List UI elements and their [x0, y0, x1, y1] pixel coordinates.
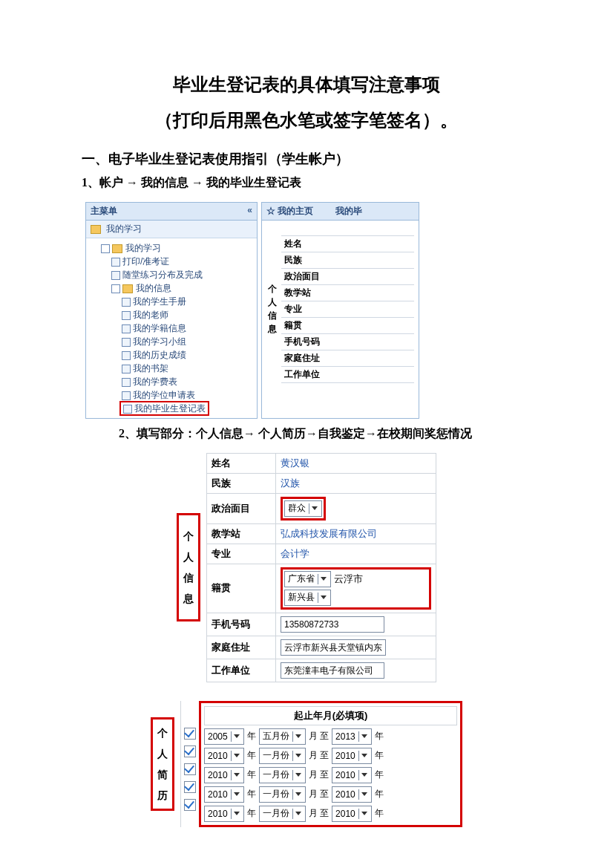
year-select[interactable]: 2010	[204, 786, 244, 803]
label-address: 家庭住址	[207, 636, 276, 659]
value-nation: 汉族	[276, 473, 436, 493]
heading-1: 一、电子毕业生登记表使用指引（学生帐户）	[82, 150, 531, 168]
label-phone: 手机号码	[207, 613, 276, 636]
chevron-down-icon	[309, 503, 320, 514]
year-select[interactable]: 2010	[332, 786, 372, 803]
step-1: 1、帐户 → 我的信息 → 我的毕业生登记表	[82, 175, 531, 191]
chevron-down-icon	[318, 574, 329, 584]
chevron-down-icon	[231, 809, 242, 819]
chevron-down-icon	[318, 593, 329, 603]
form-field-label: 专业	[281, 301, 414, 318]
tree-item[interactable]: 我的历史成绩	[122, 348, 255, 362]
step-2: 2、填写部分：个人信息→ 个人简历→自我鉴定→在校期间奖惩情况	[119, 426, 531, 442]
row-checkbox[interactable]	[184, 728, 196, 740]
chevron-down-icon	[292, 770, 304, 780]
red-vertical-label-info: 个人信息	[177, 513, 200, 621]
value-major: 会计学	[276, 544, 436, 564]
year-select[interactable]: 2005	[204, 728, 244, 745]
form-field-label: 教学站	[281, 285, 414, 301]
label-name: 姓名	[207, 453, 276, 473]
form-field-label: 姓名	[281, 236, 414, 252]
province-select[interactable]: 广东省	[284, 571, 331, 587]
form-field-label: 手机号码	[281, 334, 414, 350]
red-vertical-label-resume: 个人简历	[151, 717, 174, 811]
resume-head: 起止年月(必填项)	[204, 706, 457, 725]
chevron-down-icon	[292, 809, 304, 819]
value-name: 黄汉银	[276, 453, 436, 473]
chevron-down-icon	[292, 731, 304, 742]
row-checkbox[interactable]	[184, 763, 196, 775]
tree-item[interactable]: 我的老师	[122, 308, 255, 322]
form-field-label: 籍贯	[281, 318, 414, 334]
collapse-icon[interactable]: «	[247, 205, 252, 218]
year-select[interactable]: 2010	[204, 806, 244, 822]
row-checkbox[interactable]	[184, 781, 196, 793]
row-checkbox[interactable]	[184, 745, 196, 757]
tree-header-label: 主菜单	[91, 205, 117, 218]
tree-item[interactable]: 我的学位申请表	[122, 388, 255, 402]
label-station: 教学站	[207, 523, 276, 544]
phone-input[interactable]: 13580872733	[281, 616, 384, 633]
resume-row: 2010年一月份月 至2010年	[204, 767, 457, 783]
label-political: 政治面目	[207, 493, 276, 523]
year-select[interactable]: 2010	[204, 748, 244, 764]
chevron-down-icon	[231, 751, 242, 761]
personal-info-table: 姓名 黄汉银 民族 汉族 政治面目 群众 教学站 弘成科技发展有限公司 专业 会…	[206, 453, 436, 682]
folder-icon	[91, 225, 101, 234]
resume-row: 2010年一月份月 至2010年	[204, 786, 457, 803]
year-select[interactable]: 一月份	[259, 748, 306, 764]
year-select[interactable]: 一月份	[259, 767, 306, 783]
tree-item[interactable]: 我的书架	[122, 362, 255, 375]
form-pane: ☆ 我的主页 我的毕 个人信息 姓名民族政治面目教学站专业籍贯手机号码家庭住址工…	[261, 202, 419, 419]
year-select[interactable]: 五月份	[259, 728, 306, 745]
year-select[interactable]: 2013	[332, 728, 372, 745]
tree-item[interactable]: 我的学生手册	[122, 295, 255, 308]
tree-node[interactable]: 我的信息 我的学生手册 我的老师 我的学籍信息 我的学习小组 我的历史成绩 我的…	[111, 281, 255, 415]
resume-row: 2010年一月份月 至2010年	[204, 748, 457, 764]
form-field-label: 民族	[281, 252, 414, 269]
tab-home[interactable]: ☆ 我的主页	[266, 205, 313, 218]
tree-item[interactable]: 我的学习小组	[122, 335, 255, 348]
chevron-down-icon	[292, 789, 304, 800]
tree-item[interactable]: 打印/准考证	[111, 255, 255, 268]
political-select[interactable]: 群众	[284, 500, 322, 517]
label-major: 专业	[207, 544, 276, 564]
workplace-input[interactable]: 东莞潼丰电子有限公司	[281, 662, 384, 679]
year-select[interactable]: 2010	[332, 767, 372, 783]
county-select[interactable]: 新兴县	[284, 590, 331, 606]
year-select[interactable]: 2010	[204, 767, 244, 783]
tree-item[interactable]: 随堂练习分布及完成	[111, 268, 255, 281]
resume-date-box: 起止年月(必填项) 2005年五月份月 至2013年2010年一月份月 至201…	[199, 701, 462, 827]
tree-item[interactable]: 我的学籍信息	[122, 322, 255, 335]
form-field-label: 政治面目	[281, 269, 414, 285]
tree-section-label: 我的学习	[106, 223, 142, 234]
tree-item[interactable]: 我的毕业生登记表	[122, 402, 255, 415]
chevron-down-icon	[358, 809, 370, 819]
label-origin: 籍贯	[207, 564, 276, 613]
tree-pane: 主菜单 « 我的学习 我的学习 打印/准考证 随堂练习分布及完成 我的信息	[85, 202, 258, 419]
label-nation: 民族	[207, 473, 276, 493]
label-workplace: 工作单位	[207, 659, 276, 682]
chevron-down-icon	[358, 731, 370, 742]
form-field-label: 家庭住址	[281, 350, 414, 367]
resume-row: 2010年一月份月 至2010年	[204, 806, 457, 822]
resume-row: 2005年五月份月 至2013年	[204, 728, 457, 745]
year-select[interactable]: 一月份	[259, 786, 306, 803]
checkbox-column	[180, 701, 199, 827]
chevron-down-icon	[358, 770, 370, 780]
chevron-down-icon	[292, 751, 304, 761]
year-select[interactable]: 2010	[332, 748, 372, 764]
address-input[interactable]: 云浮市新兴县天堂镇内东	[281, 639, 386, 656]
chevron-down-icon	[231, 770, 242, 780]
tab-form[interactable]: 我的毕	[335, 205, 362, 218]
tree-node[interactable]: 我的学习 打印/准考证 随堂练习分布及完成 我的信息 我的学生手册 我的老师 我…	[101, 241, 255, 415]
year-select[interactable]: 2010	[332, 806, 372, 822]
tree-item[interactable]: 我的学费表	[122, 375, 255, 388]
vertical-label-info: 个人信息	[266, 235, 278, 383]
chevron-down-icon	[358, 751, 370, 761]
row-checkbox[interactable]	[184, 799, 196, 811]
chevron-down-icon	[231, 789, 242, 800]
chevron-down-icon	[231, 731, 242, 742]
year-select[interactable]: 一月份	[259, 806, 306, 822]
value-station: 弘成科技发展有限公司	[276, 523, 436, 544]
